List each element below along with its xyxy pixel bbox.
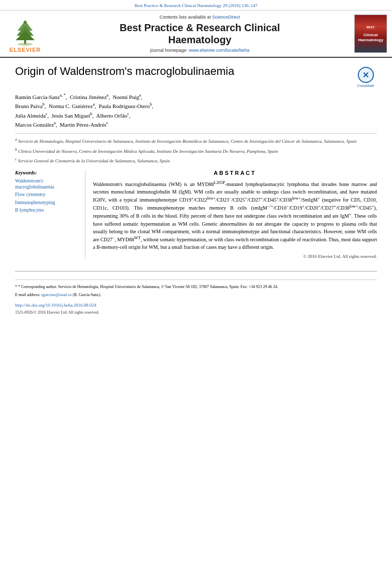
keywords-column: Keywords: Waldenstrom's macroglobulinaem… bbox=[15, 170, 85, 259]
article-content: Origin of Waldenstrom's macroglobulinaem… bbox=[0, 58, 392, 266]
author-5: Norma C. Gutiérrez bbox=[49, 103, 93, 109]
main-section: Keywords: Waldenstrom's macroglobulinaem… bbox=[15, 170, 377, 259]
science-direct-link[interactable]: ScienceDirect bbox=[212, 15, 240, 20]
issn-line: 1521-6926/© 2016 Elsevier Ltd. All right… bbox=[15, 310, 377, 315]
author-10: Marcos González bbox=[15, 121, 54, 127]
author-2: Cristina Jiménez bbox=[70, 94, 107, 100]
author-6: Paula Rodríguez-Otero bbox=[99, 103, 150, 109]
email-line: E-mail address: rgarcias@usal.es (R. Gar… bbox=[15, 292, 377, 298]
keywords-title: Keywords: bbox=[15, 170, 79, 175]
author-11: Martín Pérez-Andrés bbox=[60, 121, 107, 127]
keyword-2: Flow cytometry bbox=[15, 192, 79, 198]
affiliations: a Servicio de Hematología, Hospital Univ… bbox=[15, 133, 377, 165]
crossmark-badge[interactable]: ✕ CrossMark bbox=[354, 67, 377, 87]
affil-c: c Servicio General de Citometría de la U… bbox=[15, 156, 377, 165]
journal-cover-image: BEST Clinical Haematology bbox=[354, 15, 387, 53]
journal-citation-bar: Best Practice & Research Clinical Haemat… bbox=[0, 0, 392, 11]
elsevier-wordmark: ELSEVIER bbox=[10, 47, 41, 53]
doi-link[interactable]: http://dx.doi.org/10.1016/j.beha.2016.08… bbox=[15, 303, 96, 308]
journal-header: ELSEVIER Contents lists available at Sci… bbox=[0, 11, 392, 58]
affil-b: b Clínica Universidad de Navarra, Centro… bbox=[15, 147, 377, 155]
crossmark-circle: ✕ bbox=[358, 67, 374, 83]
keyword-3: Immunophenotyping bbox=[15, 200, 79, 206]
author-4: Bruno Paiva bbox=[15, 103, 43, 109]
author-8: Jesús San Miguel bbox=[52, 112, 90, 118]
best-badge: BEST bbox=[365, 25, 376, 30]
corresponding-author-note: * * Corresponding author. Servicio de He… bbox=[15, 284, 377, 290]
crossmark-label: CrossMark bbox=[357, 84, 374, 87]
journal-center-info: Contents lists available at ScienceDirec… bbox=[50, 15, 349, 53]
journal-citation-text: Best Practice & Research Clinical Haemat… bbox=[135, 3, 257, 8]
author-3: Noemí Puig bbox=[113, 94, 139, 100]
article-title-row: Origin of Waldenstrom's macroglobulinaem… bbox=[15, 65, 377, 87]
email-link[interactable]: rgarcias@usal.es bbox=[41, 292, 72, 297]
journal-title: Best Practice & Research Clinical Haemat… bbox=[50, 22, 349, 46]
article-title: Origin of Waldenstrom's macroglobulinaem… bbox=[15, 65, 349, 78]
elsevier-tree-icon bbox=[8, 18, 43, 46]
affil-a: a Servicio de Hematología, Hospital Univ… bbox=[15, 137, 377, 145]
svg-point-5 bbox=[24, 21, 27, 24]
cover-title: Clinical Haematology bbox=[357, 33, 384, 42]
footer-divider bbox=[15, 279, 377, 280]
journal-homepage: journal homepage: www.elsevier.com/locat… bbox=[50, 48, 349, 53]
science-direct-line: Contents lists available at ScienceDirec… bbox=[50, 15, 349, 20]
crossmark-icon: ✕ bbox=[362, 70, 369, 80]
abstract-column: ABSTRACT Waldenstrom's macroglobulinaemi… bbox=[93, 170, 377, 259]
footer-section: * * Corresponding author. Servicio de He… bbox=[15, 271, 377, 315]
keyword-4: B lymphocytes bbox=[15, 207, 79, 213]
keyword-1: Waldenstrom's macroglobulinaemia bbox=[15, 178, 79, 191]
journal-homepage-link[interactable]: www.elsevier.com/locate/beha bbox=[189, 48, 250, 53]
authors-list: Ramón García-Sanza, *, Cristina Jiméneza… bbox=[15, 92, 377, 129]
abstract-text: Waldenstrom's macroglobulinaemia (WM) is… bbox=[93, 180, 377, 251]
author-1: Ramón García-Sanz bbox=[15, 94, 60, 100]
elsevier-logo: ELSEVIER bbox=[5, 15, 45, 53]
abstract-heading: ABSTRACT bbox=[93, 170, 377, 176]
copyright-line: © 2016 Elsevier Ltd. All rights reserved… bbox=[93, 254, 377, 259]
author-7: Julia Almeida bbox=[15, 112, 46, 118]
svg-point-1 bbox=[18, 43, 33, 46]
author-9: Alberto Orfão bbox=[96, 112, 127, 118]
